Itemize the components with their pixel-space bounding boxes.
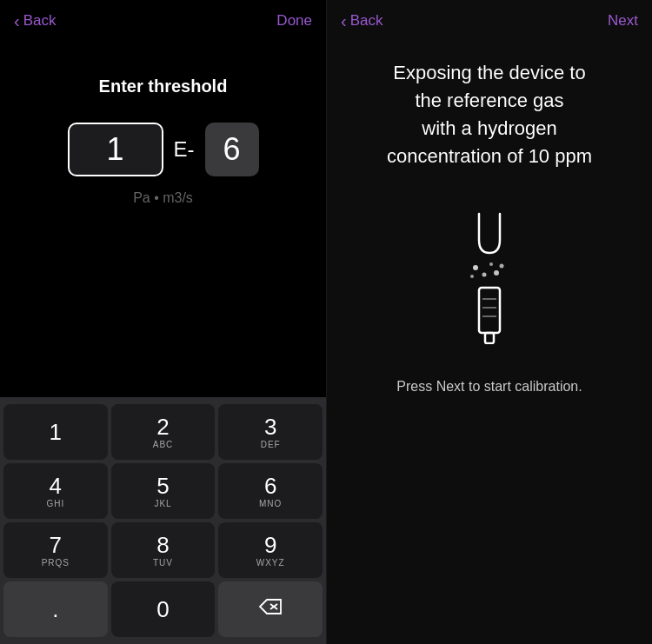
svg-rect-8 [479,288,500,333]
numpad-key-2-num: 2 [156,415,169,440]
numpad-key-8-num: 8 [156,533,169,558]
numpad-key-5[interactable]: 5 JKL [111,463,216,519]
svg-point-3 [482,272,487,276]
numpad-key-dot-sym: . [52,597,58,622]
numpad-key-6[interactable]: 6 MNO [218,463,323,519]
right-nav-bar: ‹ Back Next [327,0,652,42]
numpad-row-1: 1 2 ABC 3 DEF [3,404,323,460]
numpad-key-5-letters: JKL [154,499,171,508]
numpad-key-3-num: 3 [264,415,276,440]
right-back-label: Back [350,12,383,30]
numpad-row-3: 7 PRQS 8 TUV 9 WXYZ [3,522,323,578]
numpad-key-9-letters: WXYZ [256,558,285,568]
numpad-key-3-letters: DEF [261,440,281,449]
left-back-button[interactable]: ‹ Back [14,11,56,31]
threshold-exponent-value: 6 [223,131,240,168]
numpad-key-8-letters: TUV [153,558,173,568]
numpad-key-6-letters: MNO [259,499,282,508]
svg-rect-9 [485,333,494,343]
threshold-exponent-box[interactable]: 6 [205,123,259,176]
numpad-key-7-num: 7 [50,533,62,558]
threshold-section: Enter threshold 1 E- 6 Pa • m3/s [0,42,326,206]
calibration-prompt: Press Next to start calibration. [396,379,582,395]
numpad: 1 2 ABC 3 DEF 4 GHI 5 JKL 6 MNO [0,397,326,644]
threshold-mantissa-value: 1 [106,131,123,168]
numpad-key-1[interactable]: 1 [3,404,108,460]
numpad-key-8[interactable]: 8 TUV [111,522,216,578]
numpad-key-1-num: 1 [50,420,62,445]
threshold-mantissa-box[interactable]: 1 [68,123,163,176]
numpad-backspace-button[interactable] [218,581,323,637]
numpad-key-4-num: 4 [50,474,62,499]
svg-point-6 [470,275,474,278]
left-nav-bar: ‹ Back Done [0,0,326,42]
numpad-key-0[interactable]: 0 [111,581,216,637]
left-done-button[interactable]: Done [276,12,312,30]
numpad-key-9-num: 9 [264,533,276,558]
numpad-key-2-letters: ABC [153,440,174,449]
calibration-title: Exposing the device tothe reference gasw… [387,59,592,170]
calibration-content: Exposing the device tothe reference gasw… [327,42,652,644]
right-back-chevron: ‹ [341,11,347,31]
numpad-key-0-num: 0 [156,597,169,622]
numpad-row-2: 4 GHI 5 JKL 6 MNO [3,463,323,519]
svg-point-2 [473,265,478,270]
right-panel: ‹ Back Next Exposing the device tothe re… [326,0,652,644]
right-back-button[interactable]: ‹ Back [341,11,383,31]
gas-sensor-svg [446,205,533,344]
gas-illustration [446,205,533,344]
right-next-label: Next [608,12,638,29]
numpad-key-3[interactable]: 3 DEF [218,404,323,460]
numpad-key-2[interactable]: 2 ABC [111,404,216,460]
numpad-key-9[interactable]: 9 WXYZ [218,522,323,578]
backspace-icon [258,598,283,621]
numpad-key-5-num: 5 [156,474,169,499]
left-panel: ‹ Back Done Enter threshold 1 E- 6 Pa • … [0,0,326,644]
numpad-key-6-num: 6 [264,474,276,499]
left-back-label: Back [23,12,57,30]
svg-point-5 [494,270,499,276]
svg-point-7 [500,263,504,268]
left-back-chevron: ‹ [14,11,20,31]
numpad-key-7[interactable]: 7 PRQS [3,522,108,578]
svg-point-4 [489,262,493,266]
numpad-row-bottom: . 0 [3,581,323,637]
threshold-input-row: 1 E- 6 [68,123,259,176]
numpad-key-4-letters: GHI [46,499,64,508]
numpad-key-dot[interactable]: . [3,581,108,637]
threshold-unit: Pa • m3/s [133,190,193,206]
numpad-key-4[interactable]: 4 GHI [3,463,108,519]
numpad-key-7-letters: PRQS [42,558,70,568]
right-next-button[interactable]: Next [608,12,638,30]
threshold-title: Enter threshold [99,76,228,96]
threshold-separator: E- [174,137,195,162]
left-done-label: Done [276,12,312,29]
